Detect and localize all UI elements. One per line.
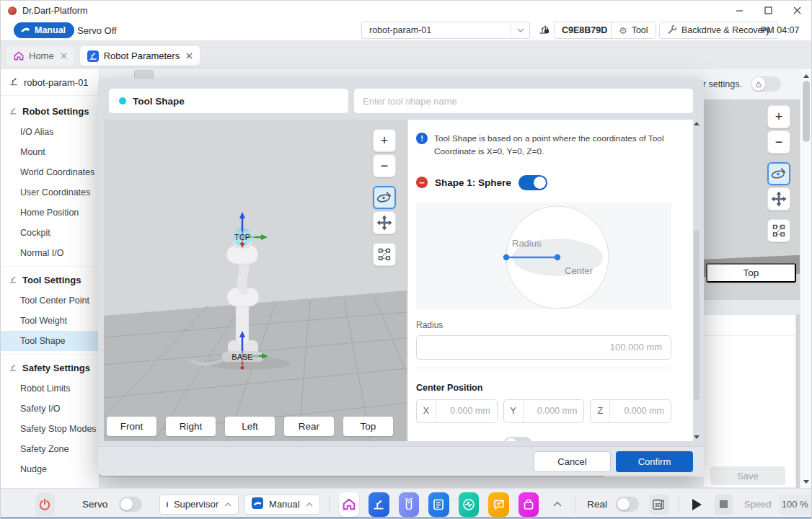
sidebar-item-normal-io[interactable]: Normal I/O (1, 243, 99, 263)
window-scrollbar[interactable] (800, 69, 811, 488)
center-x-input[interactable] (436, 400, 497, 422)
app-window: Dr.Dart-Platform Manual Servo Off robot-… (0, 0, 812, 519)
confirm-button[interactable]: Confirm (616, 451, 693, 472)
save-button[interactable]: Save (710, 466, 785, 485)
remove-shape-icon[interactable]: − (416, 177, 428, 188)
play-icon (692, 499, 702, 510)
wrench-icon (667, 25, 677, 37)
app-store-icon[interactable] (518, 492, 539, 517)
cancel-button[interactable]: Cancel (534, 451, 611, 472)
sidebar-item-tool-weight[interactable]: Tool Weight (1, 311, 99, 331)
3d-view-button[interactable]: 3D (649, 494, 668, 515)
sidebar-item-safety-stop-modes[interactable]: Safety Stop Modes (1, 419, 99, 439)
role-select[interactable]: Supervisor (159, 494, 239, 515)
tab-robot-parameters[interactable]: Robot Parameters (80, 46, 200, 66)
sidebar-nav: Robot Settings I/O Alias Mount World Coo… (1, 96, 99, 479)
sidebar-item-robot-limits[interactable]: Robot Limits (1, 378, 99, 399)
close-tab-icon[interactable] (61, 53, 67, 59)
panel-scrollbar[interactable] (692, 122, 701, 439)
scroll-up-icon[interactable] (694, 122, 700, 125)
view-front-button[interactable]: Front (107, 417, 156, 436)
sidebar-item-io-alias[interactable]: I/O Alias (1, 122, 99, 142)
sidebar-header: robot-param-01 (1, 69, 99, 96)
sidebar-item-tool-center-point[interactable]: Tool Center Point (1, 290, 99, 311)
sidebar-item-mount[interactable]: Mount (1, 142, 99, 162)
param-file-select[interactable]: robot-param-01 (361, 22, 530, 39)
sidebar-item-safety-io[interactable]: Safety I/O (1, 399, 99, 419)
real-sim-toggle[interactable] (616, 497, 639, 512)
section-tool-settings[interactable]: Tool Settings (1, 270, 99, 290)
maximize-button[interactable] (754, 1, 782, 20)
play-button[interactable] (688, 494, 706, 515)
background-top-view-button[interactable]: Top (706, 263, 796, 283)
app-monitor-icon[interactable] (459, 492, 480, 517)
dialog-zoom-out-button[interactable]: − (373, 154, 396, 177)
center-z-field: Z (590, 399, 671, 423)
app-code-icon[interactable] (428, 492, 449, 517)
scrollbar-thumb[interactable] (694, 230, 700, 400)
auto-calculation-toggle[interactable] (503, 437, 532, 441)
dialog-title-box: Tool Shape (109, 89, 348, 113)
power-button[interactable] (35, 493, 55, 516)
bg-orbit-tool-button[interactable] (767, 162, 790, 185)
sidebar-item-world-coordinates[interactable]: World Coordinates (1, 162, 99, 182)
radius-input[interactable] (416, 335, 671, 360)
dialog-3d-viewer[interactable]: TCP BASE + − (104, 120, 407, 441)
bg-pan-tool-button[interactable] (767, 187, 790, 210)
scroll-up-icon[interactable] (803, 74, 809, 78)
sphere-diagram: Radius Center (416, 203, 671, 309)
servo-toggle[interactable] (119, 497, 142, 512)
clock: PM 04:07 (761, 25, 800, 35)
scroll-down-icon[interactable] (694, 435, 700, 439)
section-robot-settings[interactable]: Robot Settings (1, 101, 99, 122)
dialog-pan-tool-button[interactable] (373, 211, 396, 234)
sidebar-item-cockpit[interactable]: Cockpit (1, 223, 99, 243)
scrollbar-thumb[interactable] (803, 81, 810, 142)
app-home-icon[interactable] (339, 492, 360, 517)
center-z-input[interactable] (610, 400, 671, 422)
bg-measure-tool-button[interactable] (767, 219, 790, 242)
sidebar-item-home-position[interactable]: Home Position (1, 203, 99, 223)
tool-shape-name-input[interactable] (354, 89, 693, 113)
scroll-down-icon[interactable] (803, 480, 809, 484)
dialog-measure-tool-button[interactable] (373, 243, 396, 266)
view-right-button[interactable]: Right (166, 417, 216, 436)
center-x-field: X (416, 399, 498, 423)
section-safety-settings[interactable]: Safety Settings (1, 358, 99, 378)
center-y-input[interactable] (524, 400, 584, 422)
dialog-orbit-tool-button[interactable] (373, 186, 396, 209)
tab-home[interactable]: Home (6, 46, 74, 66)
base-label: BASE (231, 352, 252, 361)
view-rear-button[interactable]: Rear (284, 417, 334, 436)
bg-zoom-in-button[interactable]: + (767, 105, 790, 128)
app-robot-params-icon[interactable] (369, 492, 389, 517)
parameter-lock-toggle[interactable] (751, 76, 781, 92)
close-tab-icon[interactable] (186, 53, 193, 59)
close-button[interactable] (782, 1, 811, 20)
bg-zoom-out-button[interactable]: − (767, 130, 790, 154)
view-top-button[interactable]: Top (343, 417, 393, 436)
sidebar: robot-param-01 Robot Settings I/O Alias … (1, 69, 100, 488)
app-message-icon[interactable] (488, 492, 509, 517)
sidebar-item-nudge[interactable]: Nudge (1, 459, 99, 479)
dialog-zoom-in-button[interactable]: + (373, 129, 396, 152)
app-remote-icon[interactable] (399, 492, 420, 517)
manual-mode-button[interactable]: Manual (14, 22, 74, 38)
mode-select[interactable]: Manual (244, 494, 320, 515)
manual-mode-icon (252, 497, 263, 511)
stop-button[interactable] (715, 494, 733, 515)
dialog-title: Tool Shape (133, 96, 185, 107)
robot-icon (9, 106, 18, 117)
tool-button[interactable]: ⚙ Tool (611, 22, 656, 39)
minimize-button[interactable] (725, 1, 754, 20)
speed-value[interactable]: 100 % (779, 494, 811, 515)
status-dot-icon (119, 97, 126, 105)
radius-label: Radius (416, 320, 671, 330)
sidebar-item-tool-shape[interactable]: Tool Shape (1, 331, 99, 351)
sidebar-item-user-coordinates[interactable]: User Coordinates (1, 182, 99, 203)
sidebar-item-safety-zone[interactable]: Safety Zone (1, 439, 99, 459)
view-left-button[interactable]: Left (225, 417, 275, 436)
diagram-center-label: Center (565, 265, 593, 276)
chevron-up-icon[interactable] (553, 502, 562, 507)
shape-enabled-toggle[interactable] (518, 175, 547, 190)
